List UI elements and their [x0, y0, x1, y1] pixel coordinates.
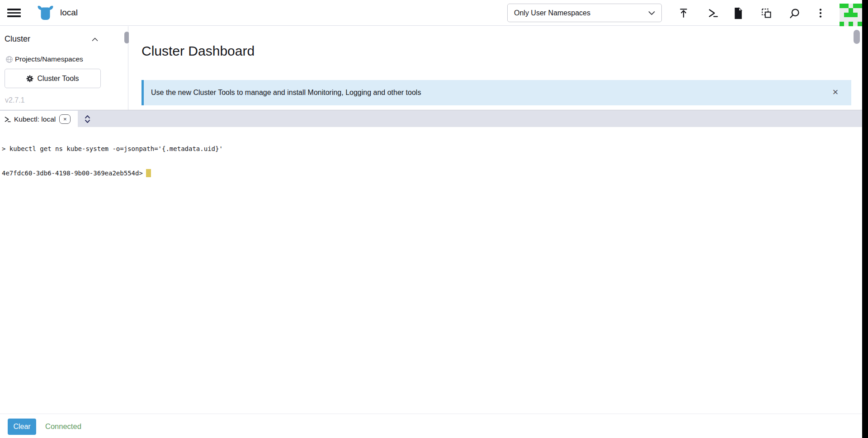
avatar-pixel [844, 22, 849, 26]
cluster-sidebar: Cluster Projects/Namespaces [0, 26, 128, 110]
avatar-pixel [849, 17, 853, 22]
avatar-pixel [840, 8, 844, 13]
terminal-line: > kubectl get ns kube-system -o=jsonpath… [2, 145, 862, 153]
terminal-prompt-icon [708, 7, 719, 19]
gear-icon [26, 75, 33, 82]
main-scrollbar-thumb[interactable] [854, 30, 860, 44]
avatar-pixel [844, 4, 849, 8]
terminal-prompt-icon [4, 116, 11, 123]
avatar-pixel [853, 4, 858, 8]
info-banner-text: Use the new Cluster Tools to manage and … [151, 89, 421, 97]
avatar-pixel [840, 22, 844, 26]
info-banner: Use the new Cluster Tools to manage and … [142, 80, 851, 105]
hamburger-icon [7, 15, 21, 17]
cluster-tools-button[interactable]: Cluster Tools [5, 69, 101, 88]
version-label: v2.7.1 [5, 96, 25, 104]
drawer-resize-button[interactable] [81, 113, 93, 125]
avatar-pixel [844, 13, 849, 17]
avatar-pixel [853, 13, 858, 17]
avatar-pixel [858, 22, 862, 26]
kubectl-shell-button[interactable] [706, 5, 721, 21]
resize-handle-icon [85, 115, 90, 123]
connection-status: Connected [45, 422, 81, 431]
avatar-pixel [844, 17, 849, 22]
user-avatar[interactable] [840, 4, 862, 26]
chevron-down-icon [648, 11, 655, 15]
kubectl-tab[interactable]: Kubectl: local × [0, 111, 78, 127]
banner-close-button[interactable]: × [829, 85, 842, 99]
upload-icon [678, 7, 689, 19]
avatar-pixel [853, 8, 858, 13]
page-title: Cluster Dashboard [142, 43, 255, 59]
import-yaml-button[interactable] [676, 5, 691, 21]
avatar-pixel [849, 4, 853, 8]
main-panel: Cluster Dashboard Use the new Cluster To… [129, 26, 862, 110]
tab-close-button[interactable]: × [59, 114, 71, 124]
avatar-pixel [849, 22, 853, 26]
hamburger-icon [7, 12, 21, 14]
rancher-logo-icon[interactable] [37, 5, 54, 21]
sidebar-section-cluster[interactable]: Cluster [0, 34, 128, 46]
kebab-menu-icon [815, 7, 826, 19]
avatar-pixel [858, 8, 862, 13]
globe-icon [6, 56, 13, 63]
avatar-pixel [858, 17, 862, 22]
drawer-footer: Clear Connected [0, 414, 862, 438]
avatar-pixel [853, 17, 858, 22]
screen-edge-strip [862, 0, 868, 438]
sidebar-item-label: Projects/Namespaces [15, 55, 83, 63]
avatar-pixel [840, 4, 844, 8]
clear-button[interactable]: Clear [8, 419, 36, 435]
avatar-pixel [840, 13, 844, 17]
avatar-pixel [858, 13, 862, 17]
menu-button[interactable] [7, 9, 21, 17]
file-icon [732, 7, 744, 19]
kubectl-tab-label: Kubectl: local [14, 115, 56, 123]
copy-icon [760, 7, 773, 19]
chevron-up-icon [92, 38, 98, 42]
namespace-filter-value: Only User Namespaces [514, 9, 648, 17]
copy-kubeconfig-button[interactable] [759, 5, 774, 21]
avatar-pixel [858, 4, 862, 8]
search-button[interactable] [787, 5, 802, 21]
avatar-pixel [853, 22, 858, 26]
sidebar-item-projects-namespaces[interactable]: Projects/Namespaces [0, 53, 108, 66]
kubectl-terminal[interactable]: > kubectl get ns kube-system -o=jsonpath… [0, 127, 862, 414]
kubectl-drawer: Kubectl: local × > kubectl get ns kube-s… [0, 110, 862, 438]
terminal-line: 4e7fdc60-3db6-4198-9b00-369ea2eb554d> [2, 169, 862, 177]
kubeconfig-file-button[interactable] [730, 5, 745, 21]
search-icon [788, 7, 801, 19]
hamburger-icon [7, 9, 21, 10]
avatar-pixel [840, 17, 844, 22]
sidebar-section-label: Cluster [5, 34, 30, 44]
drawer-tabbar: Kubectl: local × [0, 110, 862, 127]
namespace-filter-select[interactable]: Only User Namespaces [507, 4, 662, 22]
avatar-pixel [849, 8, 853, 13]
avatar-pixel [849, 13, 853, 17]
app-header: local Only User Namespaces [0, 0, 862, 26]
avatar-pixel [844, 8, 849, 13]
cluster-name: local [60, 8, 78, 18]
header-kebab-menu-button[interactable] [813, 5, 828, 21]
terminal-cursor [146, 169, 151, 177]
cluster-tools-label: Cluster Tools [37, 75, 79, 83]
rancher-app: local Only User Namespaces [0, 0, 868, 438]
